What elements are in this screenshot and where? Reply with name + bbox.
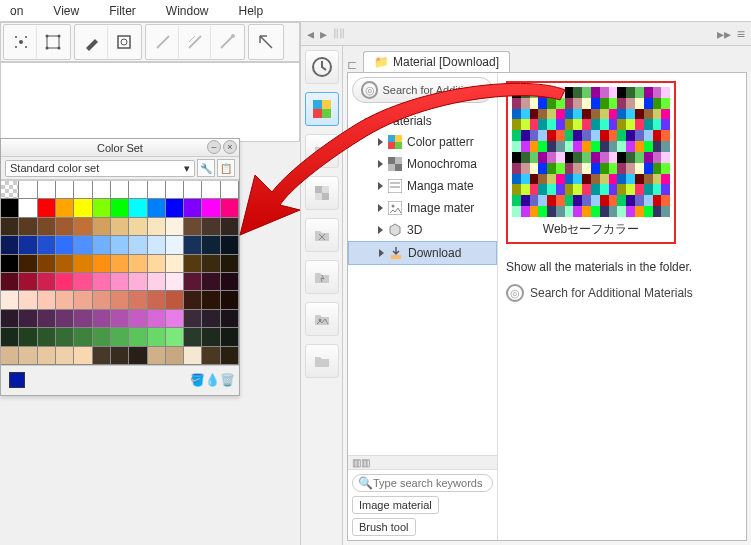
material-tab[interactable]: 📁 Material [Download] xyxy=(363,51,510,72)
color-swatch[interactable] xyxy=(148,255,166,273)
color-swatch[interactable] xyxy=(221,291,239,309)
color-swatch[interactable] xyxy=(93,199,111,217)
color-swatch[interactable] xyxy=(1,347,19,365)
selected-color-swatch[interactable] xyxy=(9,372,25,388)
color-swatch[interactable] xyxy=(184,273,202,291)
tree-item-download[interactable]: Download xyxy=(348,241,497,265)
color-swatch[interactable] xyxy=(221,347,239,365)
color-swatch[interactable] xyxy=(202,273,220,291)
color-swatch[interactable] xyxy=(74,291,92,309)
paste-icon[interactable]: 📋 xyxy=(217,159,235,177)
color-swatch[interactable] xyxy=(74,347,92,365)
color-swatch[interactable] xyxy=(148,199,166,217)
folder-icon-1[interactable] xyxy=(305,134,339,168)
color-swatch[interactable] xyxy=(129,236,147,254)
panel-menu-icon[interactable]: ≡ xyxy=(735,26,747,42)
color-swatch[interactable] xyxy=(93,181,111,199)
color-swatch[interactable] xyxy=(38,347,56,365)
color-swatch[interactable] xyxy=(56,255,74,273)
color-swatch[interactable] xyxy=(56,310,74,328)
close-icon[interactable]: × xyxy=(223,140,237,154)
color-swatch[interactable] xyxy=(166,236,184,254)
color-swatch[interactable] xyxy=(184,310,202,328)
color-swatch[interactable] xyxy=(38,291,56,309)
color-swatch[interactable] xyxy=(111,310,129,328)
color-swatch[interactable] xyxy=(93,347,111,365)
color-swatch[interactable] xyxy=(202,218,220,236)
color-set-dropdown[interactable]: Standard color set ▾ xyxy=(5,160,195,177)
color-swatch[interactable] xyxy=(1,236,19,254)
color-swatch[interactable] xyxy=(129,199,147,217)
color-swatch[interactable] xyxy=(166,310,184,328)
color-swatch[interactable] xyxy=(1,273,19,291)
color-swatch[interactable] xyxy=(221,199,239,217)
color-swatch[interactable] xyxy=(19,181,37,199)
color-swatch[interactable] xyxy=(56,199,74,217)
color-swatch[interactable] xyxy=(19,291,37,309)
color-swatch[interactable] xyxy=(93,273,111,291)
wrench-icon[interactable]: 🔧 xyxy=(197,159,215,177)
folder-effect-icon[interactable] xyxy=(305,260,339,294)
color-swatch[interactable] xyxy=(129,328,147,346)
color-swatch[interactable] xyxy=(111,199,129,217)
tool-button-4[interactable] xyxy=(108,26,140,58)
tree-root[interactable]: aterials xyxy=(348,111,497,131)
color-swatch[interactable] xyxy=(166,291,184,309)
search-keywords-input[interactable] xyxy=(352,474,493,492)
color-swatch[interactable] xyxy=(129,181,147,199)
panel-dock-left-icon[interactable]: ⊏ xyxy=(347,58,357,72)
color-swatch[interactable] xyxy=(56,218,74,236)
color-swatch[interactable] xyxy=(184,218,202,236)
search-additional-button[interactable]: ◎ Search for Additional xyxy=(352,77,493,103)
color-swatch[interactable] xyxy=(129,218,147,236)
color-swatch[interactable] xyxy=(129,310,147,328)
color-swatch[interactable] xyxy=(184,347,202,365)
tool-button-7[interactable] xyxy=(211,26,243,58)
color-swatch[interactable] xyxy=(19,310,37,328)
color-swatch[interactable] xyxy=(1,218,19,236)
color-swatch[interactable] xyxy=(148,310,166,328)
color-swatch[interactable] xyxy=(38,328,56,346)
color-swatch[interactable] xyxy=(1,181,19,199)
color-swatch[interactable] xyxy=(111,328,129,346)
color-swatch[interactable] xyxy=(56,181,74,199)
color-swatch[interactable] xyxy=(184,199,202,217)
color-swatch[interactable] xyxy=(129,255,147,273)
color-pattern-icon[interactable] xyxy=(305,92,339,126)
color-swatch[interactable] xyxy=(38,181,56,199)
color-swatch[interactable] xyxy=(111,181,129,199)
color-swatch[interactable] xyxy=(166,273,184,291)
color-swatch[interactable] xyxy=(184,328,202,346)
color-swatch[interactable] xyxy=(202,181,220,199)
color-swatch[interactable] xyxy=(221,310,239,328)
tree-item-color-patterr[interactable]: Color patterr xyxy=(348,131,497,153)
color-swatch[interactable] xyxy=(202,236,220,254)
color-swatch[interactable] xyxy=(166,218,184,236)
color-swatch[interactable] xyxy=(1,328,19,346)
tool-button-6[interactable] xyxy=(179,26,211,58)
menu-filter[interactable]: Filter xyxy=(109,4,136,18)
color-swatch[interactable] xyxy=(129,273,147,291)
color-swatch[interactable] xyxy=(166,199,184,217)
color-set-titlebar[interactable]: Color Set – × xyxy=(1,139,239,157)
color-swatch[interactable] xyxy=(111,236,129,254)
color-swatch[interactable] xyxy=(74,328,92,346)
tag-brush-tool[interactable]: Brush tool xyxy=(352,518,416,536)
color-swatch[interactable] xyxy=(221,255,239,273)
color-swatch[interactable] xyxy=(221,273,239,291)
tool-button-1[interactable] xyxy=(5,26,37,58)
drop-icon[interactable]: 💧 xyxy=(205,373,220,387)
color-swatch[interactable] xyxy=(166,328,184,346)
color-swatch[interactable] xyxy=(74,218,92,236)
scroll-right-icon[interactable]: ▸ xyxy=(318,26,329,42)
color-swatches[interactable] xyxy=(1,180,239,365)
color-swatch[interactable] xyxy=(56,291,74,309)
menu-help[interactable]: Help xyxy=(239,4,264,18)
menu-view[interactable]: View xyxy=(53,4,79,18)
folder-icon-3[interactable] xyxy=(305,344,339,378)
color-swatch[interactable] xyxy=(19,199,37,217)
color-swatch[interactable] xyxy=(166,181,184,199)
color-swatch[interactable] xyxy=(202,291,220,309)
color-swatch[interactable] xyxy=(184,181,202,199)
color-swatch[interactable] xyxy=(19,347,37,365)
